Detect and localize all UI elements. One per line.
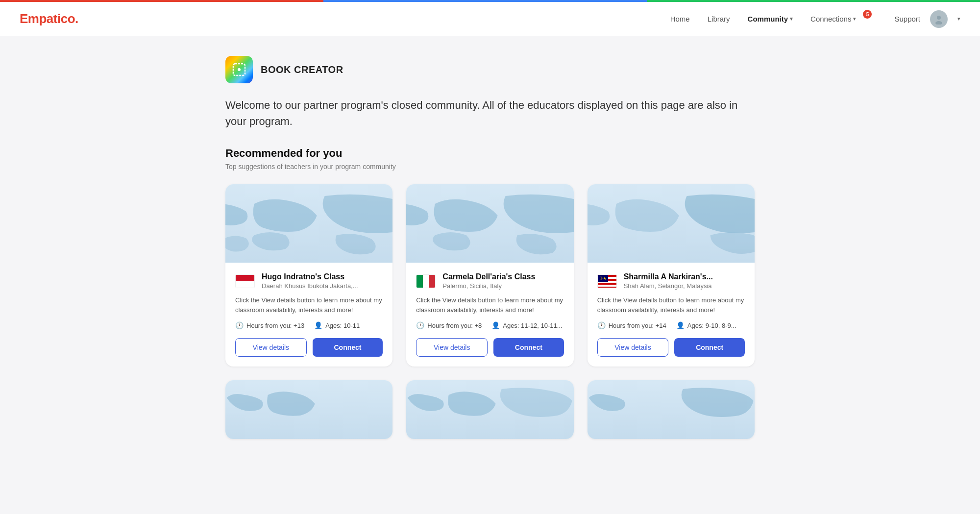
clock-icon: 🕐 (235, 321, 244, 329)
class-location-hugo: Daerah Khusus Ibukota Jakarta,... (262, 282, 358, 290)
nav-connections[interactable]: Connections 5 ▾ (810, 15, 865, 23)
class-name-hugo: Hugo Indratno's Class (262, 272, 358, 281)
class-location-sharmilla: Shah Alam, Selangor, Malaysia (624, 282, 713, 290)
person-icon-sharmilla: 👤 (676, 321, 685, 329)
hours-meta-carmela: 🕐 Hours from you: +8 (416, 321, 482, 329)
card-hugo[interactable]: Hugo Indratno's Class Daerah Khusus Ibuk… (225, 184, 392, 367)
class-desc-hugo: Click the View details button to learn m… (235, 295, 383, 315)
view-details-button-hugo[interactable]: View details (235, 338, 307, 357)
card-map-carmela (406, 184, 573, 263)
card-body-carmela: Carmela Dell'aria's Class Palermo, Sicil… (406, 263, 573, 367)
section-title: Recommended for you (225, 147, 755, 160)
clock-icon-carmela: 🕐 (416, 321, 424, 329)
person-icon: 👤 (314, 321, 322, 329)
support-link[interactable]: Support (894, 15, 920, 23)
user-menu-chevron-icon[interactable]: ▾ (957, 16, 960, 22)
hours-meta-hugo: 🕐 Hours from you: +13 (235, 321, 304, 329)
card-partial-1[interactable] (225, 380, 392, 439)
connections-badge: 5 (863, 10, 872, 19)
card-actions-carmela: View details Connect (416, 338, 564, 357)
class-desc-carmela: Click the View details button to learn m… (416, 295, 564, 315)
ages-meta-hugo: 👤 Ages: 10-11 (314, 321, 360, 329)
class-desc-sharmilla: Click the View details button to learn m… (597, 295, 745, 315)
section-subtitle: Top suggestions of teachers in your prog… (225, 163, 755, 171)
connect-button-sharmilla[interactable]: Connect (674, 338, 745, 357)
flag-indonesia (235, 274, 255, 288)
view-details-button-carmela[interactable]: View details (416, 338, 488, 357)
class-header-hugo: Hugo Indratno's Class Daerah Khusus Ibuk… (235, 272, 383, 290)
card-body-sharmilla: ☽★ Sharmilla A Narkiran's... Shah Alam, … (588, 263, 755, 367)
view-details-button-sharmilla[interactable]: View details (597, 338, 669, 357)
ages-meta-sharmilla: 👤 Ages: 9-10, 8-9... (676, 321, 736, 329)
card-sharmilla[interactable]: ☽★ Sharmilla A Narkiran's... Shah Alam, … (588, 184, 755, 367)
flag-italy (416, 274, 436, 288)
card-partial-3[interactable] (588, 380, 755, 439)
ages-meta-carmela: 👤 Ages: 11-12, 10-11... (491, 321, 562, 329)
card-actions-sharmilla: View details Connect (597, 338, 745, 357)
card-partial-map-1 (225, 380, 392, 439)
class-meta-carmela: 🕐 Hours from you: +8 👤 Ages: 11-12, 10-1… (416, 321, 564, 329)
avatar[interactable] (930, 10, 948, 28)
hours-meta-sharmilla: 🕐 Hours from you: +14 (597, 321, 666, 329)
class-location-carmela: Palermo, Sicilia, Italy (442, 282, 535, 290)
card-partial-map-3 (588, 380, 755, 439)
class-header-sharmilla: ☽★ Sharmilla A Narkiran's... Shah Alam, … (597, 272, 745, 290)
class-name-sharmilla: Sharmilla A Narkiran's... (624, 272, 713, 281)
svg-point-0 (937, 16, 941, 20)
connect-button-hugo[interactable]: Connect (313, 338, 383, 357)
cards-grid-partial (225, 380, 755, 439)
person-icon-carmela: 👤 (491, 321, 500, 329)
main-header: Empatico. Home Library Community ▾ Conne… (0, 2, 980, 36)
class-meta-hugo: 🕐 Hours from you: +13 👤 Ages: 10-11 (235, 321, 383, 329)
logo[interactable]: Empatico. (20, 11, 78, 26)
card-actions-hugo: View details Connect (235, 338, 383, 357)
card-partial-map-2 (406, 380, 573, 439)
welcome-text: Welcome to our partner program's closed … (225, 97, 755, 129)
card-map-sharmilla (588, 184, 755, 263)
svg-point-3 (238, 68, 241, 71)
class-header-carmela: Carmela Dell'aria's Class Palermo, Sicil… (416, 272, 564, 290)
nav-library[interactable]: Library (708, 15, 730, 23)
card-partial-2[interactable] (406, 380, 573, 439)
class-name-carmela: Carmela Dell'aria's Class (442, 272, 535, 281)
header-right: Support ▾ (894, 10, 960, 28)
partner-header: BOOK CREATOR (225, 56, 755, 83)
partner-logo (225, 56, 253, 83)
main-nav: Home Library Community ▾ Connections 5 ▾ (670, 15, 865, 23)
nav-home[interactable]: Home (670, 15, 690, 23)
connections-chevron-icon: ▾ (853, 16, 856, 22)
flag-malaysia: ☽★ (597, 274, 617, 288)
clock-icon-sharmilla: 🕐 (597, 321, 606, 329)
card-body-hugo: Hugo Indratno's Class Daerah Khusus Ibuk… (225, 263, 392, 367)
main-content: BOOK CREATOR Welcome to our partner prog… (196, 36, 784, 459)
card-map-hugo (225, 184, 392, 263)
nav-community[interactable]: Community ▾ (748, 15, 793, 23)
community-chevron-icon: ▾ (790, 16, 793, 22)
connect-button-carmela[interactable]: Connect (493, 338, 564, 357)
cards-grid: Hugo Indratno's Class Daerah Khusus Ibuk… (225, 184, 755, 367)
class-meta-sharmilla: 🕐 Hours from you: +14 👤 Ages: 9-10, 8-9.… (597, 321, 745, 329)
partner-name: BOOK CREATOR (261, 64, 343, 75)
card-carmela[interactable]: Carmela Dell'aria's Class Palermo, Sicil… (406, 184, 573, 367)
svg-point-1 (935, 21, 942, 24)
